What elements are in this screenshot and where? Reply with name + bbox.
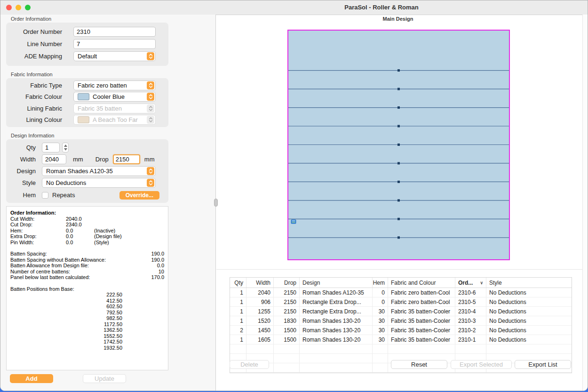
column-header-hem[interactable]: Hem xyxy=(373,278,388,288)
fabric-colour-swatch xyxy=(78,93,89,100)
fabric-colour-label: Fabric Colour xyxy=(10,93,62,100)
ade-mapping-value: Default xyxy=(78,53,145,60)
batten-position-value: 412.50 xyxy=(10,298,122,304)
reset-button[interactable]: Reset xyxy=(391,360,447,369)
style-select[interactable]: No Deductions xyxy=(42,178,156,188)
lining-fabric-label: Lining Fabric xyxy=(10,105,62,112)
zoom-button[interactable] xyxy=(25,5,31,10)
drop-label: Drop xyxy=(95,156,109,163)
batten-position-value: 1742.50 xyxy=(10,339,122,345)
batten-position-value: 1172.50 xyxy=(10,321,122,328)
calc-line: Batten Allowance from Design file:0.0 xyxy=(10,263,164,269)
lining-colour-swatch xyxy=(78,116,89,123)
batten-position-value: 1932.50 xyxy=(10,345,122,351)
table-row[interactable]: 214501500Roman Shades 130-2030Fabric 35 … xyxy=(230,326,572,335)
chevron-up-down-icon xyxy=(147,167,154,175)
lining-colour-value: A Beach Too Far xyxy=(93,116,145,123)
calc-line: Hem:0.0(Inactive) xyxy=(10,228,164,234)
export-list-button[interactable]: Export List xyxy=(515,360,571,369)
design-info-box: Qty Width mm Drop mm Design Roman Shades… xyxy=(6,139,168,203)
width-input[interactable] xyxy=(42,154,66,164)
qty-stepper[interactable] xyxy=(62,143,69,152)
calc-line: Extra Drop:0.0(Design file) xyxy=(10,233,164,240)
lining-colour-label: Lining Colour xyxy=(10,116,62,123)
fabric-type-value: Fabric zero batten xyxy=(78,82,145,89)
order-info-section-label: Order Information xyxy=(11,16,51,22)
style-value: No Deductions xyxy=(46,179,145,186)
width-label: Width xyxy=(10,156,36,163)
add-button[interactable]: Add xyxy=(10,374,53,383)
ade-mapping-select[interactable]: Default xyxy=(73,51,156,61)
scrollbar-track[interactable] xyxy=(582,15,588,391)
table-row[interactable]: 120402150Roman Shades A120-350Fabric zer… xyxy=(230,288,572,297)
update-button: Update xyxy=(83,374,126,383)
table-header-row: QtyWidthDropDesignHemFabric and ColourOr… xyxy=(230,278,572,288)
shade-preview xyxy=(288,31,509,259)
design-info-section-label: Design Information xyxy=(11,133,54,138)
batten-position-value: 1552.50 xyxy=(10,333,122,339)
design-label: Design xyxy=(10,168,36,175)
qty-input[interactable] xyxy=(42,143,60,152)
pane-splitter-handle[interactable] xyxy=(214,199,218,207)
line-number-input[interactable] xyxy=(73,39,156,49)
override-button[interactable]: Override... xyxy=(119,191,159,200)
fabric-info-section-label: Fabric Information xyxy=(11,72,53,77)
fabric-colour-select[interactable]: Cooler Blue xyxy=(73,92,156,102)
batten-position-value: 602.50 xyxy=(10,304,122,310)
calc-line: Number of centre battens:10 xyxy=(10,269,164,275)
chevron-up-down-icon xyxy=(147,81,154,89)
calc-line: Batten Spacing:190.0 xyxy=(10,251,164,257)
calc-line: Cut Width:2040.0 xyxy=(10,216,164,222)
order-number-label: Order Number xyxy=(10,28,62,35)
batten-position-value: 1362.50 xyxy=(10,327,122,333)
column-header-drop[interactable]: Drop xyxy=(274,278,300,288)
fabric-info-box: Fabric Type Fabric zero batten Fabric Co… xyxy=(6,78,168,127)
hem-checkbox[interactable] xyxy=(42,192,48,199)
app-window: ParaSol - Roller & Roman Order Informati… xyxy=(0,0,588,391)
lining-fabric-value: Fabric 35 batten xyxy=(78,105,145,112)
style-label: Style xyxy=(10,179,36,186)
drop-unit: mm xyxy=(144,156,155,163)
titlebar: ParaSol - Roller & Roman xyxy=(0,0,588,15)
calc-line: Batten Spacing without Batten Allowance:… xyxy=(10,257,164,263)
window-title: ParaSol - Roller & Roman xyxy=(330,4,433,11)
column-header-width[interactable]: Width xyxy=(246,278,274,288)
table-row[interactable]: 19062150Rectangle Extra Drop...0Fabric z… xyxy=(230,297,572,307)
chevron-up-down-icon xyxy=(147,104,154,112)
drop-input[interactable] xyxy=(113,154,140,164)
order-info-box: Order Number Line Number ADE Mapping Def… xyxy=(6,23,168,66)
close-button[interactable] xyxy=(6,5,12,10)
column-header-qty[interactable]: Qty xyxy=(230,278,246,288)
chevron-up-down-icon xyxy=(147,93,154,101)
design-value: Roman Shades A120-35 xyxy=(46,168,145,175)
column-header-order[interactable]: Ord...∨ xyxy=(455,278,486,288)
main-design-title: Main Design xyxy=(358,16,438,22)
chevron-up-down-icon xyxy=(147,116,154,124)
delete-button: Delete xyxy=(230,360,269,369)
design-select[interactable]: Roman Shades A120-35 xyxy=(42,166,156,176)
lining-colour-select: A Beach Too Far xyxy=(73,115,156,125)
design-canvas[interactable] xyxy=(287,30,510,260)
chevron-up-down-icon xyxy=(147,179,154,187)
line-number-label: Line Number xyxy=(10,40,62,48)
minimize-button[interactable] xyxy=(16,5,21,10)
repeats-label: Repeats xyxy=(52,192,75,199)
order-number-input[interactable] xyxy=(73,27,156,37)
table-row[interactable]: 112552150Rectangle Extra Drop...30Fabric… xyxy=(230,307,572,316)
column-header-fabric[interactable]: Fabric and Colour xyxy=(388,278,455,288)
hem-label: Hem xyxy=(10,192,36,199)
sort-descending-icon: ∨ xyxy=(480,280,483,285)
ade-mapping-label: ADE Mapping xyxy=(10,53,62,60)
table-row[interactable]: 116051500Roman Shades 130-2030Fabric 35 … xyxy=(230,335,572,344)
calc-output: Order Information: Cut Width:2040.0Cut D… xyxy=(6,206,168,370)
batten-position-value: 982.50 xyxy=(10,315,122,321)
column-header-style[interactable]: Style xyxy=(486,278,572,288)
fabric-type-label: Fabric Type xyxy=(10,82,62,89)
calc-title: Order Information: xyxy=(10,210,164,216)
fabric-type-select[interactable]: Fabric zero batten xyxy=(73,80,156,90)
chevron-up-down-icon xyxy=(147,52,154,60)
table-row[interactable]: 115201830Roman Shades 130-2030Fabric 35 … xyxy=(230,316,572,326)
column-header-design[interactable]: Design xyxy=(300,278,373,288)
horizontal-divider xyxy=(216,269,583,270)
results-table: QtyWidthDropDesignHemFabric and ColourOr… xyxy=(230,277,572,373)
